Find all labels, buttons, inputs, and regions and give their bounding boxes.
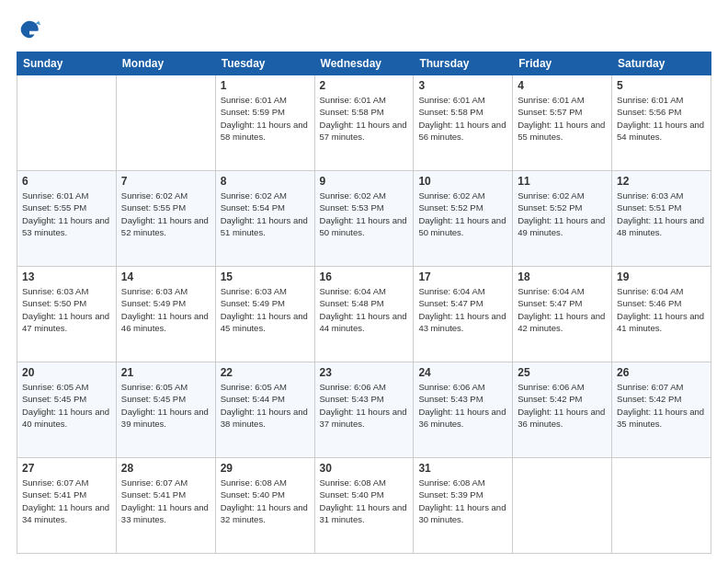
day-number: 16	[320, 270, 409, 283]
day-cell: 4Sunrise: 6:01 AM Sunset: 5:57 PM Daylig…	[513, 75, 612, 171]
day-number: 31	[418, 462, 507, 475]
day-number: 2	[320, 79, 409, 92]
day-info: Sunrise: 6:06 AM Sunset: 5:43 PM Dayligh…	[418, 381, 507, 430]
day-cell: 30Sunrise: 6:08 AM Sunset: 5:40 PM Dayli…	[314, 458, 414, 554]
day-number: 22	[221, 366, 310, 379]
logo	[17, 17, 46, 42]
day-cell: 3Sunrise: 6:01 AM Sunset: 5:58 PM Daylig…	[414, 75, 513, 171]
day-number: 30	[320, 462, 409, 475]
day-info: Sunrise: 6:05 AM Sunset: 5:45 PM Dayligh…	[121, 381, 210, 430]
day-cell: 27Sunrise: 6:07 AM Sunset: 5:41 PM Dayli…	[17, 458, 117, 554]
day-number: 11	[518, 175, 607, 188]
day-info: Sunrise: 6:06 AM Sunset: 5:42 PM Dayligh…	[518, 381, 607, 430]
day-cell: 20Sunrise: 6:05 AM Sunset: 5:45 PM Dayli…	[17, 362, 117, 458]
day-info: Sunrise: 6:08 AM Sunset: 5:40 PM Dayligh…	[221, 477, 310, 525]
day-number: 13	[22, 270, 111, 283]
day-number: 29	[221, 462, 310, 475]
day-info: Sunrise: 6:04 AM Sunset: 5:46 PM Dayligh…	[617, 285, 706, 334]
day-number: 19	[617, 270, 706, 283]
day-number: 24	[418, 366, 507, 379]
day-info: Sunrise: 6:07 AM Sunset: 5:41 PM Dayligh…	[121, 477, 210, 525]
day-cell: 24Sunrise: 6:06 AM Sunset: 5:43 PM Dayli…	[414, 362, 513, 458]
day-number: 10	[418, 175, 507, 188]
day-number: 23	[320, 366, 409, 379]
day-info: Sunrise: 6:03 AM Sunset: 5:51 PM Dayligh…	[617, 190, 706, 238]
day-cell: 25Sunrise: 6:06 AM Sunset: 5:42 PM Dayli…	[513, 362, 612, 458]
day-cell	[116, 75, 215, 171]
day-cell: 13Sunrise: 6:03 AM Sunset: 5:50 PM Dayli…	[17, 267, 117, 362]
header	[17, 17, 711, 42]
day-cell: 18Sunrise: 6:04 AM Sunset: 5:47 PM Dayli…	[513, 267, 612, 362]
day-number: 28	[121, 462, 210, 475]
day-number: 8	[221, 175, 310, 188]
day-info: Sunrise: 6:02 AM Sunset: 5:52 PM Dayligh…	[518, 190, 607, 238]
day-number: 12	[617, 175, 706, 188]
day-cell: 9Sunrise: 6:02 AM Sunset: 5:53 PM Daylig…	[314, 171, 414, 267]
day-info: Sunrise: 6:01 AM Sunset: 5:56 PM Dayligh…	[617, 94, 706, 143]
day-info: Sunrise: 6:05 AM Sunset: 5:44 PM Dayligh…	[221, 381, 310, 430]
day-info: Sunrise: 6:06 AM Sunset: 5:43 PM Dayligh…	[320, 381, 409, 430]
day-info: Sunrise: 6:04 AM Sunset: 5:48 PM Dayligh…	[320, 285, 409, 334]
day-number: 25	[518, 366, 607, 379]
day-number: 15	[221, 270, 310, 283]
day-cell: 6Sunrise: 6:01 AM Sunset: 5:55 PM Daylig…	[17, 171, 117, 267]
day-info: Sunrise: 6:01 AM Sunset: 5:58 PM Dayligh…	[418, 94, 507, 143]
weekday-header-saturday: Saturday	[612, 52, 711, 75]
day-cell: 5Sunrise: 6:01 AM Sunset: 5:56 PM Daylig…	[612, 75, 711, 171]
day-cell: 1Sunrise: 6:01 AM Sunset: 5:59 PM Daylig…	[215, 75, 314, 171]
day-number: 17	[418, 270, 507, 283]
day-number: 1	[221, 79, 310, 92]
weekday-header-friday: Friday	[513, 52, 612, 75]
day-cell: 11Sunrise: 6:02 AM Sunset: 5:52 PM Dayli…	[513, 171, 612, 267]
page: SundayMondayTuesdayWednesdayThursdayFrid…	[0, 0, 728, 563]
day-cell: 12Sunrise: 6:03 AM Sunset: 5:51 PM Dayli…	[612, 171, 711, 267]
day-info: Sunrise: 6:05 AM Sunset: 5:45 PM Dayligh…	[22, 381, 111, 430]
day-info: Sunrise: 6:07 AM Sunset: 5:42 PM Dayligh…	[617, 381, 706, 430]
day-info: Sunrise: 6:08 AM Sunset: 5:39 PM Dayligh…	[418, 477, 507, 525]
day-info: Sunrise: 6:02 AM Sunset: 5:52 PM Dayligh…	[418, 190, 507, 238]
week-row-2: 6Sunrise: 6:01 AM Sunset: 5:55 PM Daylig…	[17, 171, 711, 267]
weekday-header-wednesday: Wednesday	[314, 52, 414, 75]
day-number: 5	[617, 79, 706, 92]
day-cell: 7Sunrise: 6:02 AM Sunset: 5:55 PM Daylig…	[116, 171, 215, 267]
day-info: Sunrise: 6:02 AM Sunset: 5:55 PM Dayligh…	[121, 190, 210, 238]
day-number: 26	[617, 366, 706, 379]
day-number: 20	[22, 366, 111, 379]
day-number: 14	[121, 270, 210, 283]
day-number: 21	[121, 366, 210, 379]
calendar-table: SundayMondayTuesdayWednesdayThursdayFrid…	[17, 52, 711, 554]
day-cell	[513, 458, 612, 554]
weekday-header-tuesday: Tuesday	[215, 52, 314, 75]
day-cell: 21Sunrise: 6:05 AM Sunset: 5:45 PM Dayli…	[116, 362, 215, 458]
day-info: Sunrise: 6:04 AM Sunset: 5:47 PM Dayligh…	[418, 285, 507, 334]
day-cell: 15Sunrise: 6:03 AM Sunset: 5:49 PM Dayli…	[215, 267, 314, 362]
day-info: Sunrise: 6:01 AM Sunset: 5:58 PM Dayligh…	[320, 94, 409, 143]
day-info: Sunrise: 6:02 AM Sunset: 5:54 PM Dayligh…	[221, 190, 310, 238]
day-cell: 31Sunrise: 6:08 AM Sunset: 5:39 PM Dayli…	[414, 458, 513, 554]
day-info: Sunrise: 6:07 AM Sunset: 5:41 PM Dayligh…	[22, 477, 111, 525]
day-cell: 2Sunrise: 6:01 AM Sunset: 5:58 PM Daylig…	[314, 75, 414, 171]
day-info: Sunrise: 6:01 AM Sunset: 5:57 PM Dayligh…	[518, 94, 607, 143]
day-cell: 23Sunrise: 6:06 AM Sunset: 5:43 PM Dayli…	[314, 362, 414, 458]
day-info: Sunrise: 6:08 AM Sunset: 5:40 PM Dayligh…	[320, 477, 409, 525]
day-cell: 14Sunrise: 6:03 AM Sunset: 5:49 PM Dayli…	[116, 267, 215, 362]
week-row-3: 13Sunrise: 6:03 AM Sunset: 5:50 PM Dayli…	[17, 267, 711, 362]
day-info: Sunrise: 6:03 AM Sunset: 5:49 PM Dayligh…	[221, 285, 310, 334]
day-info: Sunrise: 6:01 AM Sunset: 5:55 PM Dayligh…	[22, 190, 111, 238]
day-cell: 16Sunrise: 6:04 AM Sunset: 5:48 PM Dayli…	[314, 267, 414, 362]
weekday-header-sunday: Sunday	[17, 52, 117, 75]
day-number: 7	[121, 175, 210, 188]
day-cell: 29Sunrise: 6:08 AM Sunset: 5:40 PM Dayli…	[215, 458, 314, 554]
day-cell: 19Sunrise: 6:04 AM Sunset: 5:46 PM Dayli…	[612, 267, 711, 362]
day-info: Sunrise: 6:02 AM Sunset: 5:53 PM Dayligh…	[320, 190, 409, 238]
day-number: 6	[22, 175, 111, 188]
day-cell	[17, 75, 117, 171]
day-cell	[612, 458, 711, 554]
day-number: 9	[320, 175, 409, 188]
day-number: 27	[22, 462, 111, 475]
day-cell: 17Sunrise: 6:04 AM Sunset: 5:47 PM Dayli…	[414, 267, 513, 362]
day-info: Sunrise: 6:01 AM Sunset: 5:59 PM Dayligh…	[221, 94, 310, 143]
day-number: 18	[518, 270, 607, 283]
week-row-1: 1Sunrise: 6:01 AM Sunset: 5:59 PM Daylig…	[17, 75, 711, 171]
day-number: 4	[518, 79, 607, 92]
